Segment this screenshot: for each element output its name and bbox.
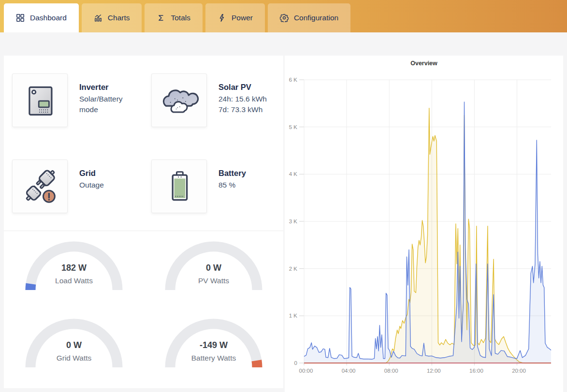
battery-icon-box — [151, 160, 207, 213]
x-axis-tick-label: 20:00 — [512, 368, 526, 374]
battery-icon — [157, 164, 202, 209]
status-panel: Inverter Solar/Battery mode Solar PV 24h… — [4, 56, 283, 388]
section-divider — [4, 231, 283, 231]
card-title: Grid — [79, 169, 142, 178]
card-solar-pv: Solar PV 24h: 15.6 kWh 7d: 73.3 kWh — [151, 73, 281, 127]
y-axis-tick-label: 3 K — [289, 218, 298, 224]
y-axis-tick-label: 0 — [294, 360, 297, 366]
gauge-battery-watts: -149 W Battery Watts — [162, 315, 265, 373]
gauge-label: Grid Watts — [56, 354, 91, 362]
card-title: Solar PV — [218, 83, 281, 92]
overview-chart[interactable]: 6 K5 K4 K3 K2 K1 K000:0004:0008:0012:001… — [285, 56, 563, 377]
gauge-load-watts: 182 W Load Watts — [23, 238, 125, 296]
tab-charts[interactable]: Charts — [82, 3, 142, 32]
card-battery: Battery 85 % — [151, 160, 281, 213]
y-axis-tick-label: 2 K — [289, 266, 298, 272]
tab-label: Totals — [171, 14, 190, 22]
x-axis-tick-label: 16:00 — [469, 368, 483, 374]
tab-totals[interactable]: Totals — [145, 3, 203, 32]
y-axis-tick-label: 1 K — [289, 313, 298, 319]
tab-bar: Dashboard Charts Totals Power — [4, 3, 350, 32]
unplugged-icon — [18, 164, 62, 209]
gauge-label: Load Watts — [55, 276, 93, 285]
gauge-value: -149 W — [199, 340, 227, 350]
tab-dashboard[interactable]: Dashboard — [4, 3, 79, 32]
inverter-icon-box — [12, 73, 68, 127]
gauge-label: PV Watts — [198, 276, 229, 285]
clouds-icon — [157, 78, 202, 123]
tab-label: Power — [232, 14, 253, 22]
gauge-value: 0 W — [205, 263, 221, 273]
dashboard-grid-icon — [16, 14, 25, 22]
inverter-icon — [18, 78, 62, 123]
card-line: Solar/Battery mode — [79, 94, 142, 115]
lightning-icon — [218, 14, 226, 22]
tab-label: Charts — [108, 14, 130, 22]
card-title: Inverter — [79, 83, 142, 92]
tab-power[interactable]: Power — [205, 3, 265, 32]
gauge-value: 0 W — [66, 340, 81, 350]
bar-chart-icon — [94, 14, 102, 22]
card-title: Battery — [218, 169, 281, 178]
card-grid: Grid Outage — [12, 160, 142, 213]
card-line: 24h: 15.6 kWh — [218, 94, 281, 104]
x-axis-tick-label: 04:00 — [342, 368, 356, 374]
solar-pv-icon-box — [151, 73, 207, 127]
y-axis-tick-label: 6 K — [289, 77, 298, 83]
card-line: 85 % — [218, 180, 281, 190]
tab-label: Configuration — [294, 14, 338, 22]
gauge-segment — [256, 361, 257, 367]
gauge-label: Battery Watts — [191, 354, 236, 362]
grid-icon-box — [12, 160, 68, 213]
gear-icon — [280, 14, 289, 22]
y-axis-tick-label: 4 K — [289, 171, 298, 177]
tab-label: Dashboard — [30, 14, 67, 22]
x-axis-tick-label: 12:00 — [427, 368, 441, 374]
tab-configuration[interactable]: Configuration — [268, 3, 350, 32]
gauge-grid-watts: 0 W Grid Watts — [23, 315, 125, 373]
x-axis-tick-label: 08:00 — [384, 368, 398, 374]
y-axis-tick-label: 5 K — [289, 124, 298, 130]
gauge-value: 182 W — [61, 263, 86, 273]
gauge-pv-watts: 0 W PV Watts — [162, 238, 265, 296]
card-inverter: Inverter Solar/Battery mode — [12, 73, 142, 127]
card-line: 7d: 73.3 kWh — [218, 104, 281, 115]
gauge-grid: 182 W Load Watts 0 W PV Watts 0 W Grid W… — [4, 238, 283, 373]
x-axis-tick-label: 00:00 — [299, 368, 313, 374]
sigma-icon — [157, 14, 165, 22]
overview-chart-panel: Overview 6 K5 K4 K3 K2 K1 K000:0004:0008… — [285, 56, 563, 392]
card-line: Outage — [79, 180, 142, 190]
gauge-segment — [30, 284, 31, 290]
app-header: Dashboard Charts Totals Power — [0, 0, 567, 32]
